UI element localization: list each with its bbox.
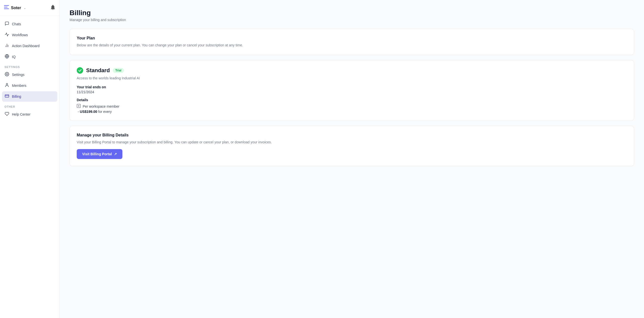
page-title: Billing (70, 9, 634, 17)
heart-icon (4, 112, 10, 117)
price-bold: US$199.00 (80, 110, 97, 114)
billing-icon (4, 94, 10, 99)
sidebar-item-label: Workflows (12, 33, 28, 37)
globe-icon (4, 54, 10, 59)
page-subtitle: Manage your billing and subscription (70, 18, 634, 22)
plus-box-icon (77, 104, 81, 109)
trial-date: 11/21/2024 (77, 90, 627, 94)
price-suffix: for every (97, 110, 112, 114)
your-plan-card: Your Plan Below are the details of your … (70, 29, 634, 55)
manage-billing-title: Manage your Billing Details (77, 133, 627, 137)
bar-chart-icon (4, 43, 10, 49)
sidebar-item-billing[interactable]: Billing (2, 91, 57, 102)
sidebar-item-members[interactable]: Members (2, 80, 57, 91)
svg-rect-2 (4, 8, 9, 9)
sidebar-item-label: Action Dashboard (12, 44, 40, 48)
manage-billing-description: Visit your Billing Portal to manage your… (77, 139, 627, 145)
sidebar-item-settings[interactable]: Settings (2, 69, 57, 80)
svg-rect-1 (4, 7, 8, 8)
bell-icon[interactable] (50, 4, 55, 11)
price-prefix: - (78, 110, 80, 114)
sidebar-item-label: Settings (12, 73, 24, 77)
chat-icon (4, 21, 10, 27)
sidebar-item-label: Billing (12, 94, 21, 98)
plan-price: - US$199.00 for every (77, 110, 627, 114)
svg-rect-10 (5, 95, 9, 97)
sidebar: Soter ⌄ Chats Workflows (0, 0, 60, 318)
plan-tagline: Access to the worlds leading Industrial … (77, 76, 627, 80)
sidebar-logo[interactable]: Soter ⌄ (4, 5, 26, 10)
detail-item-text: Per workspace member (83, 104, 120, 108)
plan-name: Standard (86, 67, 110, 74)
your-plan-description: Below are the details of your current pl… (77, 42, 627, 48)
gear-icon (4, 72, 10, 77)
plan-header: Standard Trial (77, 67, 627, 74)
sidebar-item-action-dashboard[interactable]: Action Dashboard (2, 41, 57, 51)
plan-badge: Trial (113, 68, 124, 73)
visit-portal-label: Visit Billing Portal (82, 152, 112, 156)
sidebar-header: Soter ⌄ (0, 0, 59, 16)
menu-icon (4, 5, 9, 10)
svg-rect-0 (4, 5, 9, 6)
sidebar-item-label: IQ (12, 55, 16, 59)
sidebar-item-label: Chats (12, 22, 21, 26)
sidebar-item-workflows[interactable]: Workflows (2, 30, 57, 40)
manage-billing-card: Manage your Billing Details Visit your B… (70, 126, 634, 166)
external-link-icon: ↗ (114, 152, 117, 156)
trial-label: Your trial ends on (77, 85, 627, 89)
workflows-icon (4, 32, 10, 38)
your-plan-title: Your Plan (77, 36, 627, 40)
app-name: Soter (11, 6, 21, 10)
person-icon (4, 83, 10, 88)
main-content: Billing Manage your billing and subscrip… (60, 0, 644, 318)
sidebar-item-chats[interactable]: Chats (2, 19, 57, 29)
chevron-down-icon: ⌄ (24, 6, 26, 10)
detail-item: Per workspace member (77, 104, 627, 109)
visit-billing-portal-button[interactable]: Visit Billing Portal ↗ (77, 149, 122, 159)
sidebar-item-label: Members (12, 84, 26, 88)
svg-point-9 (6, 83, 8, 85)
svg-point-8 (6, 74, 8, 75)
sidebar-nav: Chats Workflows Action Dashboard (0, 16, 59, 318)
details-label: Details (77, 98, 627, 102)
plan-check-icon (77, 67, 83, 74)
section-settings-label: SETTINGS (2, 62, 57, 69)
sidebar-item-label: Help Center (12, 112, 30, 116)
sidebar-item-help-center[interactable]: Help Center (2, 109, 57, 120)
sidebar-item-iq[interactable]: IQ (2, 52, 57, 62)
plan-details-card: Standard Trial Access to the worlds lead… (70, 60, 634, 121)
section-other-label: OTHER (2, 102, 57, 109)
